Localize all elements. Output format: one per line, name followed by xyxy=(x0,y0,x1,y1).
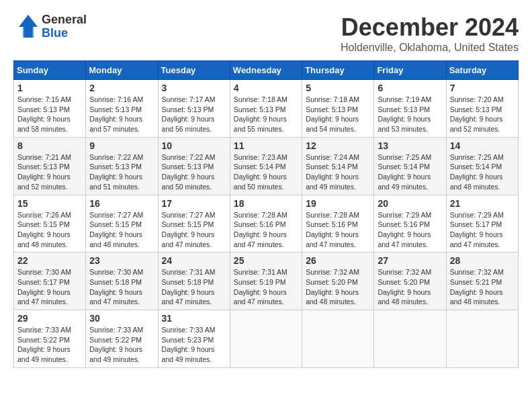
day-number: 21 xyxy=(450,198,515,209)
day-info: Sunrise: 7:25 AMSunset: 5:14 PMDaylight:… xyxy=(378,153,431,191)
day-info: Sunrise: 7:28 AMSunset: 5:16 PMDaylight:… xyxy=(234,211,287,248)
calendar-cell: 5 Sunrise: 7:18 AMSunset: 5:13 PMDayligh… xyxy=(302,80,374,138)
day-info: Sunrise: 7:29 AMSunset: 5:16 PMDaylight:… xyxy=(378,211,431,248)
calendar-cell: 14 Sunrise: 7:25 AMSunset: 5:14 PMDaylig… xyxy=(446,137,518,195)
day-number: 6 xyxy=(378,83,442,93)
calendar-cell: 29 Sunrise: 7:33 AMSunset: 5:22 PMDaylig… xyxy=(14,310,86,368)
day-number: 25 xyxy=(234,255,298,266)
calendar-cell xyxy=(374,310,446,368)
header-cell-tuesday: Tuesday xyxy=(158,61,230,80)
calendar-cell: 2 Sunrise: 7:16 AMSunset: 5:13 PMDayligh… xyxy=(86,80,158,138)
calendar-cell: 19 Sunrise: 7:28 AMSunset: 5:16 PMDaylig… xyxy=(302,195,374,253)
calendar-cell: 22 Sunrise: 7:30 AMSunset: 5:17 PMDaylig… xyxy=(14,253,86,310)
calendar-cell: 1 Sunrise: 7:15 AMSunset: 5:13 PMDayligh… xyxy=(14,80,86,138)
day-info: Sunrise: 7:15 AMSunset: 5:13 PMDaylight:… xyxy=(17,95,71,133)
day-info: Sunrise: 7:30 AMSunset: 5:17 PMDaylight:… xyxy=(17,268,71,306)
page-container: General Blue December 2024 Holdenville, … xyxy=(13,13,519,368)
day-info: Sunrise: 7:23 AMSunset: 5:14 PMDaylight:… xyxy=(234,153,287,191)
calendar-week-5: 29 Sunrise: 7:33 AMSunset: 5:22 PMDaylig… xyxy=(14,310,519,368)
calendar: SundayMondayTuesdayWednesdayThursdayFrid… xyxy=(13,60,519,368)
day-number: 27 xyxy=(378,255,442,266)
day-number: 20 xyxy=(378,198,442,209)
page-subtitle: Holdenville, Oklahoma, United States xyxy=(341,42,519,54)
calendar-body: 1 Sunrise: 7:15 AMSunset: 5:13 PMDayligh… xyxy=(14,80,519,368)
calendar-cell: 24 Sunrise: 7:31 AMSunset: 5:18 PMDaylig… xyxy=(158,253,230,310)
calendar-cell: 13 Sunrise: 7:25 AMSunset: 5:14 PMDaylig… xyxy=(374,137,446,195)
day-info: Sunrise: 7:21 AMSunset: 5:13 PMDaylight:… xyxy=(17,153,71,191)
day-number: 19 xyxy=(306,198,370,209)
calendar-cell xyxy=(302,310,374,368)
day-info: Sunrise: 7:25 AMSunset: 5:14 PMDaylight:… xyxy=(450,153,504,191)
day-number: 15 xyxy=(17,198,82,209)
day-info: Sunrise: 7:16 AMSunset: 5:13 PMDaylight:… xyxy=(89,95,143,133)
calendar-cell: 21 Sunrise: 7:29 AMSunset: 5:17 PMDaylig… xyxy=(446,195,518,253)
calendar-cell: 18 Sunrise: 7:28 AMSunset: 5:16 PMDaylig… xyxy=(230,195,302,253)
calendar-cell: 17 Sunrise: 7:27 AMSunset: 5:15 PMDaylig… xyxy=(158,195,230,253)
day-number: 17 xyxy=(162,198,226,209)
header-row: SundayMondayTuesdayWednesdayThursdayFrid… xyxy=(14,61,519,80)
day-number: 1 xyxy=(17,83,82,93)
day-number: 29 xyxy=(17,313,82,324)
day-number: 22 xyxy=(17,255,82,266)
logo-icon xyxy=(13,13,42,40)
page-title: December 2024 xyxy=(341,13,519,42)
day-info: Sunrise: 7:18 AMSunset: 5:13 PMDaylight:… xyxy=(234,95,287,133)
calendar-cell: 10 Sunrise: 7:22 AMSunset: 5:13 PMDaylig… xyxy=(158,137,230,195)
calendar-week-2: 8 Sunrise: 7:21 AMSunset: 5:13 PMDayligh… xyxy=(14,137,519,195)
calendar-cell: 3 Sunrise: 7:17 AMSunset: 5:13 PMDayligh… xyxy=(158,80,230,138)
calendar-cell: 11 Sunrise: 7:23 AMSunset: 5:14 PMDaylig… xyxy=(230,137,302,195)
calendar-cell: 9 Sunrise: 7:22 AMSunset: 5:13 PMDayligh… xyxy=(86,137,158,195)
day-info: Sunrise: 7:19 AMSunset: 5:13 PMDaylight:… xyxy=(378,95,431,133)
calendar-cell xyxy=(446,310,518,368)
day-info: Sunrise: 7:33 AMSunset: 5:22 PMDaylight:… xyxy=(89,326,143,363)
day-number: 14 xyxy=(450,140,515,151)
day-info: Sunrise: 7:31 AMSunset: 5:18 PMDaylight:… xyxy=(162,268,216,306)
logo-blue: Blue xyxy=(42,27,87,40)
day-info: Sunrise: 7:22 AMSunset: 5:13 PMDaylight:… xyxy=(162,153,216,191)
day-number: 11 xyxy=(234,140,298,151)
day-info: Sunrise: 7:29 AMSunset: 5:17 PMDaylight:… xyxy=(450,211,504,248)
day-info: Sunrise: 7:24 AMSunset: 5:14 PMDaylight:… xyxy=(306,153,359,191)
day-info: Sunrise: 7:26 AMSunset: 5:15 PMDaylight:… xyxy=(17,211,71,248)
day-number: 7 xyxy=(450,83,515,93)
calendar-cell: 16 Sunrise: 7:27 AMSunset: 5:15 PMDaylig… xyxy=(86,195,158,253)
day-info: Sunrise: 7:27 AMSunset: 5:15 PMDaylight:… xyxy=(162,211,216,248)
day-info: Sunrise: 7:31 AMSunset: 5:19 PMDaylight:… xyxy=(234,268,287,306)
day-number: 9 xyxy=(89,140,154,151)
calendar-week-4: 22 Sunrise: 7:30 AMSunset: 5:17 PMDaylig… xyxy=(14,253,519,310)
calendar-header: SundayMondayTuesdayWednesdayThursdayFrid… xyxy=(14,61,519,80)
day-number: 12 xyxy=(306,140,370,151)
header-cell-saturday: Saturday xyxy=(446,61,518,80)
calendar-cell: 6 Sunrise: 7:19 AMSunset: 5:13 PMDayligh… xyxy=(374,80,446,138)
header-cell-sunday: Sunday xyxy=(14,61,86,80)
day-info: Sunrise: 7:27 AMSunset: 5:15 PMDaylight:… xyxy=(89,211,143,248)
calendar-cell: 31 Sunrise: 7:33 AMSunset: 5:23 PMDaylig… xyxy=(158,310,230,368)
calendar-cell: 25 Sunrise: 7:31 AMSunset: 5:19 PMDaylig… xyxy=(230,253,302,310)
day-number: 30 xyxy=(89,313,154,324)
day-number: 31 xyxy=(162,313,226,324)
calendar-week-1: 1 Sunrise: 7:15 AMSunset: 5:13 PMDayligh… xyxy=(14,80,519,138)
day-number: 2 xyxy=(89,83,154,93)
day-info: Sunrise: 7:22 AMSunset: 5:13 PMDaylight:… xyxy=(89,153,143,191)
day-info: Sunrise: 7:32 AMSunset: 5:20 PMDaylight:… xyxy=(306,268,359,306)
logo-text: General Blue xyxy=(42,13,87,40)
calendar-week-3: 15 Sunrise: 7:26 AMSunset: 5:15 PMDaylig… xyxy=(14,195,519,253)
calendar-cell: 12 Sunrise: 7:24 AMSunset: 5:14 PMDaylig… xyxy=(302,137,374,195)
calendar-cell: 8 Sunrise: 7:21 AMSunset: 5:13 PMDayligh… xyxy=(14,137,86,195)
calendar-cell: 27 Sunrise: 7:32 AMSunset: 5:20 PMDaylig… xyxy=(374,253,446,310)
day-number: 5 xyxy=(306,83,370,93)
day-info: Sunrise: 7:32 AMSunset: 5:21 PMDaylight:… xyxy=(450,268,504,306)
day-number: 26 xyxy=(306,255,370,266)
day-number: 28 xyxy=(450,255,515,266)
day-info: Sunrise: 7:18 AMSunset: 5:13 PMDaylight:… xyxy=(306,95,359,133)
calendar-cell xyxy=(230,310,302,368)
day-info: Sunrise: 7:32 AMSunset: 5:20 PMDaylight:… xyxy=(378,268,431,306)
day-number: 16 xyxy=(89,198,154,209)
calendar-cell: 20 Sunrise: 7:29 AMSunset: 5:16 PMDaylig… xyxy=(374,195,446,253)
day-info: Sunrise: 7:28 AMSunset: 5:16 PMDaylight:… xyxy=(306,211,359,248)
header-cell-friday: Friday xyxy=(374,61,446,80)
day-number: 18 xyxy=(234,198,298,209)
day-info: Sunrise: 7:17 AMSunset: 5:13 PMDaylight:… xyxy=(162,95,216,133)
day-number: 10 xyxy=(162,140,226,151)
header-cell-thursday: Thursday xyxy=(302,61,374,80)
